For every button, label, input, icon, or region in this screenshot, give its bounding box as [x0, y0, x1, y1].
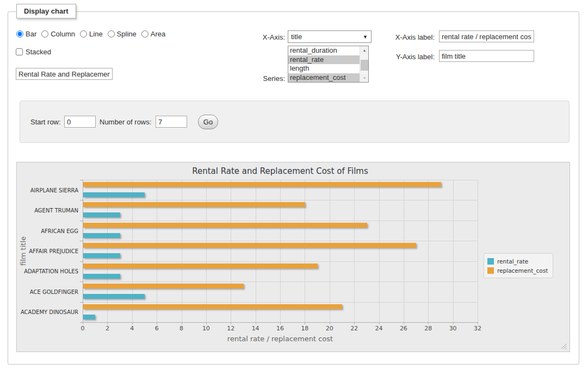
display-chart-legend: Display chart [16, 4, 76, 18]
gridline-horizontal [83, 200, 478, 200]
start-row-label: Start row: [30, 118, 61, 126]
x-tick-label: 20 [320, 325, 339, 332]
series-option-rental_duration[interactable]: rental_duration [288, 46, 360, 55]
x-axis-label-text: X-Axis label: [381, 33, 435, 41]
scroll-up-icon[interactable]: ▲ [360, 46, 369, 54]
series-option-length[interactable]: length [288, 64, 360, 73]
category-label: AFRICAN EGG [12, 228, 78, 234]
gridline-horizontal [83, 261, 478, 262]
x-axis-tick [428, 322, 429, 324]
scroll-down-icon[interactable]: ▼ [360, 74, 369, 82]
x-axis-tick [157, 322, 157, 324]
x-tick-label: 14 [246, 325, 265, 332]
bar-replacement_cost [83, 243, 416, 248]
legend-label-replacement_cost: replacement_cost [497, 267, 548, 274]
series-option-rental_rate[interactable]: rental_rate [288, 55, 360, 65]
chevron-down-icon: ▼ [363, 34, 368, 40]
legend-item-replacement_cost[interactable]: replacement_cost [487, 266, 548, 275]
bar-rental_rate [83, 212, 120, 217]
gridline-vertical [256, 180, 256, 322]
radio-option-line[interactable]: Line [80, 30, 103, 38]
gridline-vertical [404, 180, 404, 322]
y-axis-label-field[interactable] [439, 50, 534, 62]
y-axis-tick [80, 221, 83, 221]
x-axis-title: rental rate / replacement cost [83, 335, 478, 343]
resize-grip-icon[interactable] [561, 343, 567, 349]
bar-replacement_cost [83, 202, 305, 207]
x-axis-select[interactable]: title ▼ [288, 30, 372, 43]
x-axis-tick [379, 322, 380, 324]
radio-option-area[interactable]: Area [141, 30, 165, 38]
x-axis-tick [256, 322, 256, 324]
gridline-vertical [107, 180, 108, 322]
start-row-input[interactable] [64, 116, 96, 128]
category-label: AGENT TRUMAN [12, 208, 78, 214]
series-listbox-label: Series: [242, 74, 285, 83]
gridline-vertical [330, 180, 330, 322]
radio-option-spline[interactable]: Spline [108, 30, 137, 38]
chart-title: Rental Rate and Replacement Cost of Film… [83, 166, 478, 176]
gridline-vertical [280, 180, 281, 322]
stacked-checkbox-input[interactable] [16, 48, 23, 55]
category-label: AFFAIR PREJUDICE [12, 248, 78, 254]
x-tick-label: 2 [97, 325, 117, 332]
series-scrollbar[interactable]: ▲ ▼ [360, 46, 368, 82]
chart-type-radios: BarColumnLineSplineArea [16, 30, 165, 38]
bar-rental_rate [83, 233, 120, 238]
row-controls-panel: Start row: Number of rows: Go [20, 101, 570, 143]
radio-line[interactable] [80, 30, 87, 37]
gridline-horizontal [83, 180, 478, 180]
x-axis-tick [354, 322, 355, 324]
series-option-replacement_cost[interactable]: replacement_cost [288, 73, 360, 83]
x-tick-label: 10 [196, 325, 216, 332]
gridline-vertical [182, 180, 182, 322]
x-axis-tick [231, 322, 231, 324]
gridline-vertical [157, 180, 157, 322]
x-tick-label: 22 [344, 325, 364, 332]
legend-item-rental_rate[interactable]: rental_rate [487, 256, 548, 266]
radio-column[interactable] [41, 30, 48, 37]
bar-rental_rate [83, 274, 120, 279]
x-tick-label: 8 [172, 325, 191, 332]
legend-label-rental_rate: rental_rate [497, 258, 528, 265]
gridline-vertical [206, 180, 207, 322]
stacked-option[interactable]: Stacked [16, 48, 51, 56]
bar-replacement_cost [83, 284, 244, 289]
x-axis-selected-value: title [291, 33, 302, 41]
gridline-horizontal [83, 221, 478, 221]
x-axis-tick [478, 322, 478, 324]
radio-spline[interactable] [108, 30, 115, 37]
gridline-vertical [379, 180, 380, 322]
x-tick-label: 28 [418, 325, 438, 332]
go-button[interactable]: Go [198, 115, 218, 129]
y-axis-line [83, 180, 83, 323]
x-axis-tick [453, 322, 454, 324]
bar-rental_rate [83, 315, 95, 319]
series-options: rental_durationrental_ratelengthreplacem… [288, 46, 360, 82]
x-axis-select-label: X-Axis: [242, 33, 285, 41]
bar-replacement_cost [83, 223, 367, 228]
y-axis-label-text: Y-Axis label: [381, 53, 435, 61]
x-tick-label: 30 [443, 325, 463, 332]
x-axis-tick [83, 322, 83, 324]
x-axis-tick [330, 322, 330, 324]
radio-option-bar[interactable]: Bar [16, 30, 36, 38]
category-label: ADAPTATION HOLES [12, 268, 78, 274]
gridline-vertical [428, 180, 429, 322]
chart-title-input[interactable] [16, 68, 113, 80]
radio-bar[interactable] [16, 30, 23, 37]
radio-label-line: Line [89, 30, 103, 38]
x-axis-label-field[interactable] [439, 30, 534, 42]
bar-rental_rate [83, 192, 145, 197]
radio-area[interactable] [141, 30, 148, 37]
gridline-horizontal [83, 302, 478, 303]
number-of-rows-input[interactable] [156, 116, 187, 128]
x-tick-label: 26 [394, 325, 413, 332]
bar-rental_rate [83, 253, 120, 258]
radio-option-column[interactable]: Column [41, 30, 75, 38]
category-label: ACE GOLDFINGER [12, 289, 78, 295]
category-label: AIRPLANE SIERRA [12, 187, 78, 193]
y-axis-tick [80, 200, 83, 200]
series-listbox[interactable]: rental_durationrental_ratelengthreplacem… [288, 46, 369, 83]
scroll-thumb[interactable] [361, 60, 368, 71]
